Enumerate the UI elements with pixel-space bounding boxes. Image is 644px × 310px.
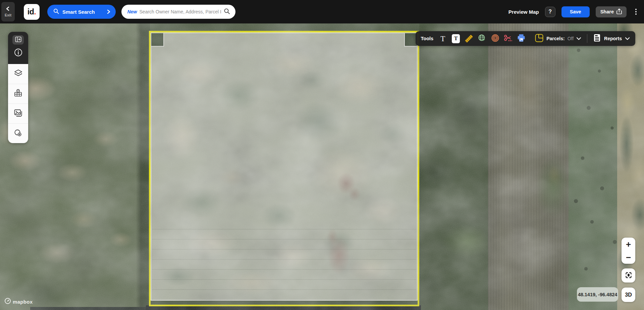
parcel-crop-rows <box>152 229 416 299</box>
sidebar-item-plat-map[interactable] <box>8 84 28 104</box>
zoom-out-button[interactable]: − <box>622 251 635 264</box>
recenter-button[interactable] <box>622 268 635 283</box>
info-icon <box>14 48 22 58</box>
recenter-frame-icon <box>625 271 633 280</box>
exit-label: Exit <box>5 13 11 17</box>
mapbox-logo-icon <box>5 298 11 305</box>
zoom-in-button[interactable]: + <box>622 238 635 251</box>
text-box-tool-button[interactable]: T <box>451 34 460 44</box>
reports-icon <box>593 34 601 44</box>
ruler-icon <box>465 35 473 43</box>
chevron-down-icon <box>576 36 581 42</box>
cut-tool-button[interactable] <box>504 34 513 44</box>
parcels-label: Parcels: <box>546 36 565 41</box>
text-box-icon: T <box>452 34 460 43</box>
parcel-boundary[interactable] <box>149 31 419 306</box>
sidebar-item-toggle-panel[interactable] <box>12 35 24 45</box>
parcels-toggle-dropdown[interactable]: Parcels: Off <box>535 34 581 44</box>
sidebar-item-info[interactable] <box>8 45 28 61</box>
chevron-left-icon <box>5 6 11 12</box>
map-trees-right <box>419 0 489 310</box>
share-icon <box>616 8 622 15</box>
text-tool-button[interactable]: T <box>438 34 447 44</box>
scissors-icon <box>504 34 513 43</box>
map-tilled-field-right <box>488 0 569 310</box>
mapbox-attribution[interactable]: mapbox <box>5 298 33 305</box>
globe-select-tool-button[interactable] <box>478 34 486 44</box>
exit-button[interactable]: Exit <box>1 2 15 21</box>
preview-map-button[interactable]: Preview Map <box>508 9 539 15</box>
search-icon <box>53 8 59 15</box>
search-input[interactable] <box>140 9 221 14</box>
search-field[interactable]: New <box>121 5 235 19</box>
map-canvas[interactable] <box>0 0 644 310</box>
globe-cursor-icon <box>478 34 486 44</box>
logo-dot: . <box>34 7 36 16</box>
help-button[interactable]: ? <box>545 7 555 17</box>
more-options-button[interactable] <box>633 7 639 17</box>
top-bar-actions: Preview Map ? Save Share <box>508 6 639 17</box>
sidebar-dark-section <box>8 32 28 64</box>
logo-text: id <box>28 7 34 16</box>
sidebar-expand-icon <box>15 37 21 44</box>
map-toolbar: Tools T T Parcels: Off <box>416 31 635 46</box>
share-button[interactable]: Share <box>596 6 627 17</box>
search-icon[interactable] <box>224 8 230 16</box>
chevron-right-icon <box>107 9 110 14</box>
smart-search-button[interactable]: Smart Search <box>47 5 116 19</box>
smart-search-label: Smart Search <box>62 9 95 15</box>
left-sidebar <box>8 32 28 143</box>
shape-add-icon <box>14 128 22 138</box>
parcel-selection-overlay <box>151 33 418 301</box>
radius-tool-button[interactable] <box>491 34 499 44</box>
chevron-down-icon <box>625 36 630 42</box>
concentric-rings-icon <box>491 34 499 43</box>
zoom-control: + − <box>622 238 635 264</box>
map-grass-right <box>569 0 619 310</box>
3d-mode-button[interactable]: 3D <box>622 288 635 302</box>
tools-label: Tools <box>421 36 434 41</box>
toolbar-divider <box>587 34 587 43</box>
parcels-state: Off <box>568 36 574 41</box>
sidebar-item-imagery[interactable] <box>8 104 28 123</box>
save-button[interactable]: Save <box>561 6 590 17</box>
parcels-icon <box>535 34 544 44</box>
map-grid-pin-icon <box>14 89 22 99</box>
sidebar-item-draw-shape[interactable] <box>8 123 28 143</box>
coordinates-readout: 48.1419, -96.4824 <box>577 287 618 302</box>
text-tool-icon: T <box>440 35 445 43</box>
measure-tool-button[interactable] <box>465 34 473 44</box>
printer-icon <box>517 34 526 43</box>
sidebar-light-section <box>8 64 28 143</box>
image-icon <box>14 109 22 119</box>
app-logo[interactable]: id. <box>24 4 40 20</box>
layers-icon <box>14 69 23 79</box>
map-treeline-left <box>136 0 150 310</box>
reports-label: Reports <box>604 36 622 41</box>
print-tool-button[interactable] <box>517 34 526 44</box>
reports-dropdown[interactable]: Reports <box>593 34 630 44</box>
top-bar: Exit id. Smart Search New Preview Map ? … <box>0 0 644 23</box>
share-label: Share <box>600 9 614 14</box>
mapbox-wordmark: mapbox <box>13 299 33 305</box>
sidebar-item-layers[interactable] <box>8 64 28 84</box>
search-new-badge: New <box>127 9 137 14</box>
parcel-cutout-top-left <box>151 33 164 47</box>
